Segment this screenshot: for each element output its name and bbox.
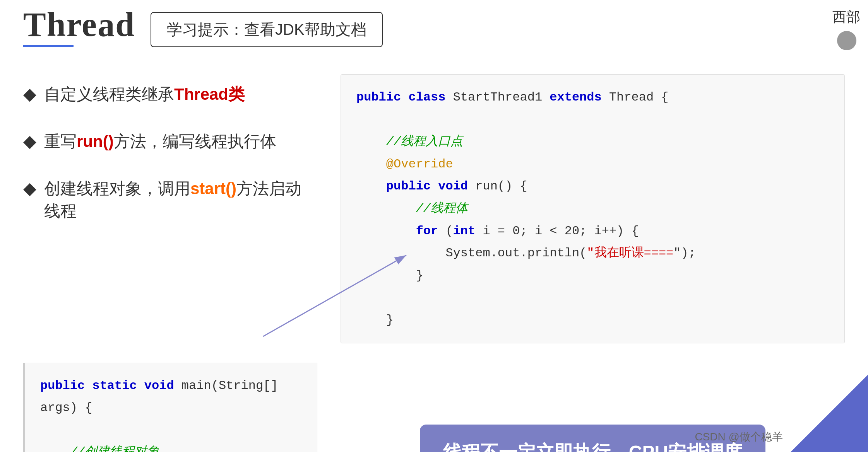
bullet-text-2: 重写run()方法，编写线程执行体 (44, 130, 276, 153)
bullet-highlight-3: start() (190, 179, 236, 198)
code-keyword-class: class (408, 90, 453, 104)
bullet-item-3: ◆ 创建线程对象，调用start()方法启动线程 (23, 176, 317, 223)
code-comment-text-1: //线程入口点 (356, 135, 463, 149)
bullet-highlight-1: Thread类 (174, 85, 245, 103)
code-for (356, 224, 416, 238)
page-wrapper: Thread 学习提示：查看JDK帮助文档 西部 ◆ 自定义线程类继承Threa… (0, 0, 868, 452)
bottom-code-line-1: public static void main(String[] args) { (40, 375, 301, 419)
bullet-text-1: 自定义线程类继承Thread类 (44, 83, 245, 106)
code-brace-for: } (356, 268, 423, 283)
code-comment-1: //线程入口点 (356, 131, 829, 153)
bc-static: static (92, 379, 144, 393)
code-block-right: public class StartThread1 extends Thread… (341, 74, 845, 343)
code-line-run: public void run() { (356, 175, 829, 198)
diamond-icon-3: ◆ (23, 176, 36, 200)
code-for-body: ( (445, 224, 453, 238)
code-void: void (438, 179, 475, 193)
bullet-text-3-before: 创建线程对象，调用 (44, 179, 190, 198)
right-panel: public class StartThread1 extends Thread… (341, 67, 845, 343)
bottom-comment: //创建线程对象 (40, 441, 301, 452)
code-println-line: System.out.println("我在听课===="); (356, 242, 829, 264)
code-comment-body: //线程体 (356, 201, 468, 216)
code-for-line: for (int i = 0; i < 20; i++) { (356, 220, 829, 242)
header: Thread 学习提示：查看JDK帮助文档 (0, 0, 868, 51)
bullet-text-3: 创建线程对象，调用start()方法启动线程 (44, 177, 317, 223)
bullet-text-1-before: 自定义线程类继承 (44, 85, 174, 103)
watermark: CSDN @做个稳羊 (695, 430, 783, 444)
code-keyword-extends: extends (550, 90, 609, 104)
code-annotation-line: @Override (356, 153, 829, 176)
code-line-1: public class StartThread1 extends Thread… (356, 86, 829, 109)
bullet-highlight-2: run() (77, 132, 114, 150)
bc-void: void (144, 379, 181, 393)
bullet-text-2-before: 重写 (44, 132, 77, 150)
code-close-run: } (356, 309, 829, 331)
title-wrapper: Thread (23, 8, 135, 47)
code-run: run() { (475, 179, 527, 193)
code-override: @Override (356, 157, 453, 171)
circle-button[interactable] (837, 31, 856, 50)
code-brace-run: } (356, 313, 394, 327)
code-int: int (453, 224, 483, 238)
code-classname: StartThread1 (453, 90, 550, 104)
bottom-left: public static void main(String[] args) {… (23, 363, 317, 452)
hint-box: 学习提示：查看JDK帮助文档 (151, 12, 383, 47)
bullet-text-2-after: 方法，编写线程执行体 (114, 132, 276, 150)
left-panel: ◆ 自定义线程类继承Thread类 ◆ 重写run()方法，编写线程执行体 ◆ … (23, 67, 317, 343)
diamond-icon-1: ◆ (23, 82, 36, 106)
code-paren-close: "); (673, 246, 696, 260)
bullet-item-2: ◆ 重写run()方法，编写线程执行体 (23, 129, 317, 153)
code-keyword-public: public (356, 90, 408, 104)
code-for-rest: i = 0; i < 20; i++) { (483, 224, 639, 238)
bottom-triangle-decoration (791, 375, 868, 452)
code-string-val: "我在听课==== (587, 246, 673, 260)
page-title: Thread (23, 8, 135, 42)
content-area: ◆ 自定义线程类继承Thread类 ◆ 重写run()方法，编写线程执行体 ◆ … (0, 51, 868, 343)
top-right-text: 西部 (832, 8, 860, 27)
bc-public: public (40, 379, 92, 393)
code-block-bottom: public static void main(String[] args) {… (23, 363, 317, 452)
code-public-2: public (356, 179, 438, 193)
title-section: Thread 学习提示：查看JDK帮助文档 (23, 8, 383, 47)
code-thread: Thread { (609, 90, 669, 104)
code-close-for: } (356, 264, 829, 287)
code-for-kw: for (416, 224, 446, 238)
title-underline (23, 45, 74, 47)
bullet-item-1: ◆ 自定义线程类继承Thread类 (23, 82, 317, 106)
code-sysout: System.out.println( (356, 246, 587, 260)
bc-comment: //创建线程对象 (40, 445, 159, 452)
code-comment-2: //线程体 (356, 198, 829, 220)
diamond-icon-2: ◆ (23, 129, 36, 153)
